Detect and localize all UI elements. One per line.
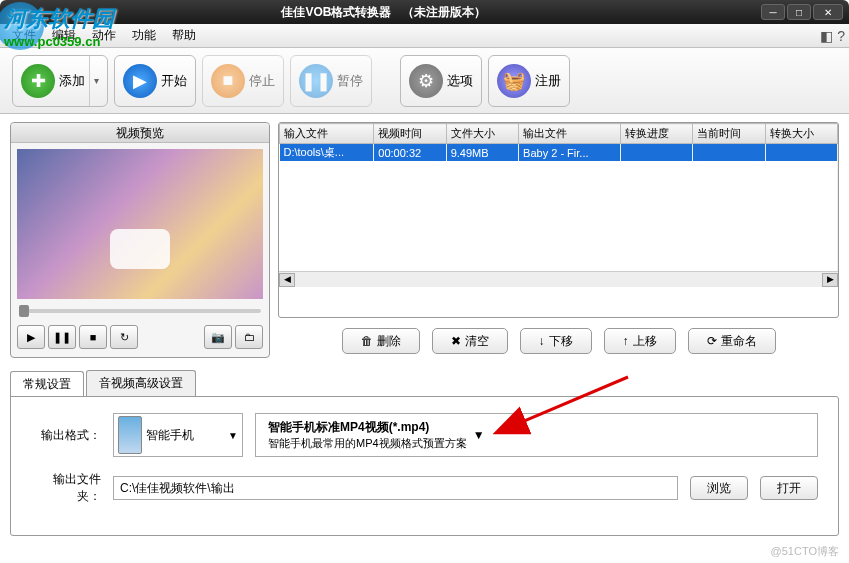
preview-loop-button[interactable]: ↻	[110, 325, 138, 349]
pause-icon: ❚❚	[299, 64, 333, 98]
col-size[interactable]: 文件大小	[446, 124, 518, 144]
preview-title: 视频预览	[11, 123, 269, 143]
movedown-button[interactable]: ↓下移	[520, 328, 592, 354]
plus-icon: ✚	[21, 64, 55, 98]
x-icon: ✖	[451, 334, 461, 348]
cycle-icon: ⟳	[707, 334, 717, 348]
start-label: 开始	[161, 72, 187, 90]
format-category-text: 智能手机	[146, 427, 194, 444]
horizontal-scrollbar[interactable]: ◀▶	[279, 271, 838, 287]
pause-button[interactable]: ❚❚ 暂停	[290, 55, 372, 107]
format-category-select[interactable]: 智能手机 ▼	[113, 413, 243, 457]
add-button[interactable]: ✚ 添加 ▾	[12, 55, 108, 107]
stop-icon: ■	[211, 64, 245, 98]
window-title: 佳佳VOB格式转换器 （未注册版本）	[6, 4, 761, 21]
open-button[interactable]: 打开	[760, 476, 818, 500]
style-icon[interactable]: ◧	[820, 28, 833, 44]
menu-help[interactable]: 帮助	[164, 25, 204, 46]
toolbar: ✚ 添加 ▾ ▶ 开始 ■ 停止 ❚❚ 暂停 ⚙ 选项 🧺 注册	[0, 48, 849, 114]
col-progress[interactable]: 转换进度	[620, 124, 692, 144]
settings-panel: 常规设置 音视频高级设置 输出格式： 智能手机 ▼ 智能手机标准MP4视频(*.…	[10, 370, 839, 536]
stop-label: 停止	[249, 72, 275, 90]
folder-button[interactable]: 🗀	[235, 325, 263, 349]
table-row[interactable]: D:\tools\桌... 00:00:32 9.49MB Baby 2 - F…	[280, 144, 838, 162]
close-button[interactable]: ✕	[813, 4, 843, 20]
output-label: 输出文件夹：	[31, 471, 101, 505]
phone-icon	[118, 416, 142, 454]
video-preview[interactable]	[17, 149, 263, 299]
menu-bar: 文件 编辑 动作 功能 帮助 ◧ ?	[0, 24, 849, 48]
moveup-button[interactable]: ↑上移	[604, 328, 676, 354]
trash-icon: 🗑	[361, 334, 373, 348]
col-outsize[interactable]: 转换大小	[765, 124, 837, 144]
footer-watermark: @51CTO博客	[771, 544, 839, 559]
browse-button[interactable]: 浏览	[690, 476, 748, 500]
options-label: 选项	[447, 72, 473, 90]
basket-icon: 🧺	[497, 64, 531, 98]
format-label: 输出格式：	[31, 427, 101, 444]
help-icon[interactable]: ?	[837, 28, 845, 44]
format-desc: 智能手机最常用的MP4视频格式预置方案	[268, 436, 467, 451]
preview-panel: 视频预览 ▶ ❚❚ ■ ↻ 📷 🗀	[10, 122, 270, 358]
menu-edit[interactable]: 编辑	[44, 25, 84, 46]
register-label: 注册	[535, 72, 561, 90]
minimize-button[interactable]: ─	[761, 4, 785, 20]
add-dropdown[interactable]: ▾	[89, 56, 99, 106]
gear-icon: ⚙	[409, 64, 443, 98]
start-button[interactable]: ▶ 开始	[114, 55, 196, 107]
format-title: 智能手机标准MP4视频(*.mp4)	[268, 419, 467, 436]
chevron-down-icon: ▼	[473, 428, 485, 442]
menu-action[interactable]: 动作	[84, 25, 124, 46]
pause-label: 暂停	[337, 72, 363, 90]
file-table[interactable]: 输入文件 视频时间 文件大小 输出文件 转换进度 当前时间 转换大小 D:\to…	[279, 123, 838, 271]
add-label: 添加	[59, 72, 85, 90]
up-icon: ↑	[623, 334, 629, 348]
down-icon: ↓	[539, 334, 545, 348]
col-current[interactable]: 当前时间	[693, 124, 765, 144]
tab-general[interactable]: 常规设置	[10, 371, 84, 397]
delete-button[interactable]: 🗑删除	[342, 328, 420, 354]
col-duration[interactable]: 视频时间	[374, 124, 446, 144]
chevron-down-icon: ▼	[228, 430, 238, 441]
play-icon: ▶	[123, 64, 157, 98]
title-bar: 佳佳VOB格式转换器 （未注册版本） ─ □ ✕	[0, 0, 849, 24]
menu-file[interactable]: 文件	[4, 25, 44, 46]
table-row[interactable]	[280, 161, 838, 271]
menu-function[interactable]: 功能	[124, 25, 164, 46]
tab-advanced[interactable]: 音视频高级设置	[86, 370, 196, 396]
file-list-panel: 输入文件 视频时间 文件大小 输出文件 转换进度 当前时间 转换大小 D:\to…	[278, 122, 839, 358]
col-input[interactable]: 输入文件	[280, 124, 374, 144]
preview-stop-button[interactable]: ■	[79, 325, 107, 349]
col-output[interactable]: 输出文件	[519, 124, 621, 144]
maximize-button[interactable]: □	[787, 4, 811, 20]
output-path-input[interactable]	[113, 476, 678, 500]
snapshot-button[interactable]: 📷	[204, 325, 232, 349]
options-button[interactable]: ⚙ 选项	[400, 55, 482, 107]
stop-button[interactable]: ■ 停止	[202, 55, 284, 107]
clear-button[interactable]: ✖清空	[432, 328, 508, 354]
preview-play-button[interactable]: ▶	[17, 325, 45, 349]
seek-slider[interactable]	[19, 305, 261, 317]
register-button[interactable]: 🧺 注册	[488, 55, 570, 107]
preview-pause-button[interactable]: ❚❚	[48, 325, 76, 349]
rename-button[interactable]: ⟳重命名	[688, 328, 776, 354]
format-preset-select[interactable]: 智能手机标准MP4视频(*.mp4) 智能手机最常用的MP4视频格式预置方案 ▼	[255, 413, 818, 457]
